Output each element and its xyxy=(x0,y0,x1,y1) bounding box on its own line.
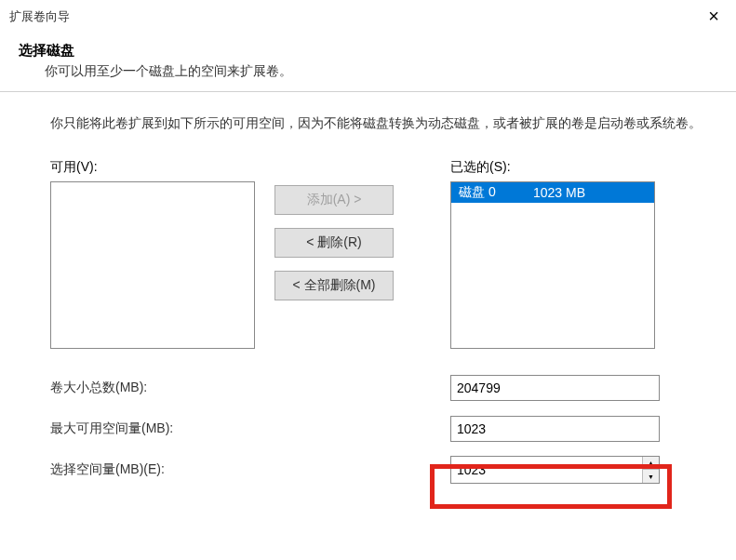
page-subheading: 你可以用至少一个磁盘上的空间来扩展卷。 xyxy=(19,63,717,80)
selected-listbox[interactable]: 磁盘 0 1023 MB xyxy=(450,181,655,349)
select-amount-spinner[interactable]: ▲ ▼ xyxy=(450,456,660,484)
remove-all-button[interactable]: < 全部删除(M) xyxy=(274,271,394,300)
max-available-label: 最大可用空间量(MB): xyxy=(50,420,450,437)
description-text: 你只能将此卷扩展到如下所示的可用空间，因为不能将磁盘转换为动态磁盘，或者被扩展的… xyxy=(50,113,703,135)
selected-label: 已选的(S): xyxy=(450,159,655,176)
total-size-field xyxy=(450,375,660,401)
add-button: 添加(A) > xyxy=(274,185,394,215)
available-listbox[interactable] xyxy=(50,181,255,349)
total-size-label: 卷大小总数(MB): xyxy=(50,380,450,396)
close-icon[interactable]: × xyxy=(703,6,725,27)
list-item[interactable]: 磁盘 0 1023 MB xyxy=(451,182,654,203)
max-available-field xyxy=(450,416,660,442)
spinner-down-icon[interactable]: ▼ xyxy=(643,470,659,483)
spinner-up-icon[interactable]: ▲ xyxy=(643,457,659,471)
available-label: 可用(V): xyxy=(50,159,255,176)
window-title: 扩展卷向导 xyxy=(9,8,703,25)
page-heading: 选择磁盘 xyxy=(19,42,717,60)
select-amount-label: 选择空间量(MB)(E): xyxy=(50,461,450,478)
select-amount-input[interactable] xyxy=(451,457,642,483)
disk-name: 磁盘 0 xyxy=(459,184,533,201)
disk-size: 1023 MB xyxy=(533,185,585,200)
remove-button[interactable]: < 删除(R) xyxy=(274,228,394,258)
